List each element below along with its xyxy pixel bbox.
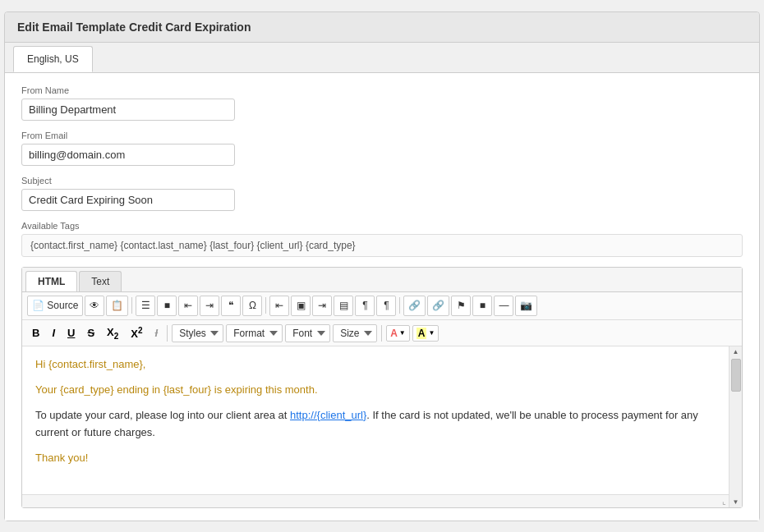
- editor-content[interactable]: Hi {contact.first_name}, Your {card_type…: [22, 346, 729, 494]
- bold-button[interactable]: B: [27, 324, 44, 342]
- toolbar-row2: B I U S X2 X2 I Styles Format Font Size: [22, 320, 742, 347]
- subject-group: Subject: [21, 176, 743, 211]
- format-select[interactable]: Format: [226, 324, 283, 342]
- editor-main: Hi {contact.first_name}, Your {card_type…: [22, 346, 729, 507]
- page-title: Edit Email Template Credit Card Expirati…: [5, 12, 759, 43]
- from-name-group: From Name: [21, 85, 743, 121]
- source-button[interactable]: 📄 Source: [27, 296, 83, 316]
- align-right-button[interactable]: ⇥: [312, 296, 332, 316]
- unordered-list-button[interactable]: ■: [157, 296, 177, 316]
- bg-color-icon: A: [417, 328, 427, 339]
- subject-input[interactable]: [21, 189, 235, 211]
- subject-label: Subject: [21, 176, 743, 186]
- editor-wrapper: Hi {contact.first_name}, Your {card_type…: [22, 346, 742, 507]
- template-button[interactable]: 📋: [106, 296, 128, 316]
- chevron-down-icon2: ▼: [428, 329, 435, 337]
- template-icon: 📋: [111, 300, 123, 311]
- form-body: From Name From Email Subject Available T…: [5, 73, 759, 521]
- underline-button[interactable]: U: [62, 324, 80, 342]
- table-button[interactable]: ■: [472, 296, 492, 316]
- from-email-group: From Email: [21, 131, 743, 166]
- sep1: [131, 297, 132, 314]
- font-color-button[interactable]: A ▼: [386, 325, 410, 342]
- sep4: [167, 325, 168, 342]
- editor-section: HTML Text 📄 Source 👁 📋 ☰ ■ ⇤ ⇥: [21, 267, 743, 508]
- strikethrough-button[interactable]: S: [82, 324, 99, 342]
- align-justify-button[interactable]: ▤: [334, 296, 353, 316]
- available-tags-group: Available Tags {contact.first_name} {con…: [21, 221, 743, 257]
- ordered-list-button[interactable]: ☰: [136, 296, 155, 316]
- scrollbar: ▲ ▼: [729, 346, 742, 507]
- content-line2: Your {card_type} ending in {last_four} i…: [35, 382, 716, 399]
- italic-button[interactable]: I: [47, 324, 60, 342]
- content-line3: To update your card, please log into our…: [35, 407, 716, 442]
- content-line1: Hi {contact.first_name},: [35, 356, 716, 374]
- tab-text[interactable]: Text: [79, 271, 122, 291]
- available-tags-value: {contact.first_name} {contact.last_name}…: [21, 234, 743, 257]
- font-color-icon: A: [390, 328, 398, 339]
- hr-button[interactable]: —: [494, 296, 513, 316]
- link-button[interactable]: 🔗: [403, 296, 426, 316]
- unlink-button[interactable]: 🔗: [427, 296, 449, 316]
- superscript-button[interactable]: X2: [126, 323, 147, 342]
- align-left-button[interactable]: ⇤: [269, 296, 289, 316]
- preview-icon: 👁: [90, 300, 99, 311]
- bg-color-button[interactable]: A ▼: [412, 325, 440, 342]
- blockquote-button[interactable]: ❝: [221, 296, 241, 316]
- rtl-button[interactable]: ¶: [376, 296, 396, 316]
- special-char-button[interactable]: Ω: [242, 296, 262, 316]
- sep2: [265, 297, 266, 314]
- indent-button[interactable]: ⇥: [200, 296, 219, 316]
- client-url-link[interactable]: http://{client_url}: [290, 409, 366, 421]
- remove-format-button[interactable]: I: [150, 324, 163, 342]
- subscript-button[interactable]: X2: [102, 323, 123, 343]
- source-icon: 📄: [32, 300, 44, 311]
- editor-tab-bar: HTML Text: [22, 268, 742, 292]
- outdent-button[interactable]: ⇤: [178, 296, 198, 316]
- scrollbar-thumb[interactable]: [731, 359, 741, 392]
- language-tab[interactable]: English, US: [13, 46, 93, 72]
- align-center-button[interactable]: ▣: [291, 296, 311, 316]
- tab-html[interactable]: HTML: [25, 271, 77, 291]
- from-name-input[interactable]: [21, 99, 235, 121]
- from-email-label: From Email: [21, 131, 743, 140]
- sep5: [381, 325, 382, 342]
- chevron-down-icon: ▼: [399, 329, 406, 337]
- scroll-down-arrow[interactable]: ▼: [731, 497, 741, 507]
- sep3: [399, 297, 400, 314]
- font-select[interactable]: Font: [285, 324, 330, 342]
- toolbar-row1: 📄 Source 👁 📋 ☰ ■ ⇤ ⇥ ❝ Ω ⇤ ▣ ⇥: [22, 292, 742, 320]
- ltr-button[interactable]: ¶: [355, 296, 375, 316]
- content-line4: Thank you!: [35, 450, 716, 467]
- preview-button[interactable]: 👁: [85, 296, 104, 316]
- scroll-up-arrow[interactable]: ▲: [731, 346, 741, 357]
- flag-button[interactable]: ⚑: [451, 296, 471, 316]
- styles-select[interactable]: Styles: [172, 324, 223, 342]
- from-name-label: From Name: [21, 85, 743, 95]
- from-email-input[interactable]: [21, 144, 235, 166]
- image-button[interactable]: 📷: [515, 296, 537, 316]
- available-tags-label: Available Tags: [21, 221, 743, 231]
- size-select[interactable]: Size: [333, 324, 377, 342]
- resize-handle[interactable]: ⌞: [22, 494, 729, 507]
- language-tab-bar: English, US: [5, 43, 759, 73]
- main-container: Edit Email Template Credit Card Expirati…: [4, 11, 760, 521]
